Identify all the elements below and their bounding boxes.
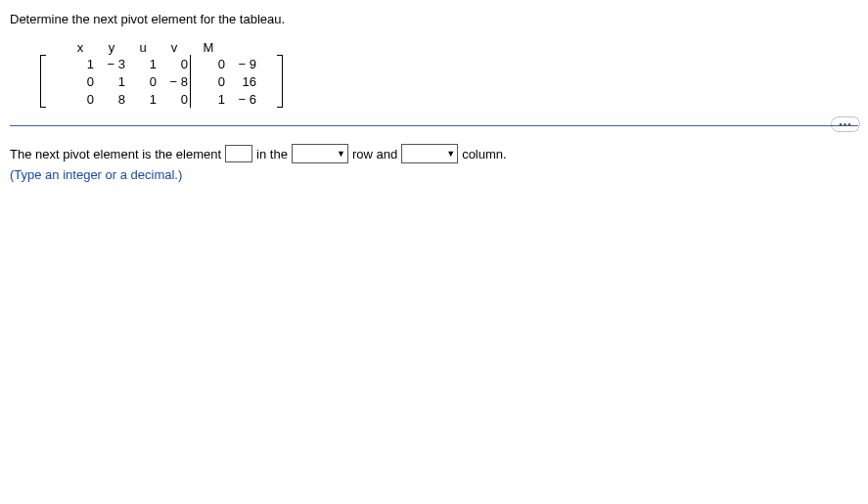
column-select[interactable]: ▼ xyxy=(401,144,458,163)
cell: 0 xyxy=(190,55,227,72)
cell: 0 xyxy=(159,90,190,108)
cell: 0 xyxy=(65,90,96,108)
cell: − 3 xyxy=(96,55,127,72)
chevron-down-icon: ▼ xyxy=(337,149,345,159)
col-header xyxy=(227,38,258,55)
answer-text: The next pivot element is the element xyxy=(10,147,221,161)
more-options-pill[interactable]: ••• xyxy=(831,116,860,132)
cell: 16 xyxy=(227,72,258,90)
row-select[interactable]: ▼ xyxy=(292,144,348,163)
tableau-row: 1 − 3 1 0 0 − 9 xyxy=(37,55,286,72)
tableau: x y u v M 1 − 3 1 0 0 − 9 0 1 0 xyxy=(37,38,858,108)
col-header: u xyxy=(127,38,159,55)
answer-hint: (Type an integer or a decimal.) xyxy=(10,167,858,182)
col-header: x xyxy=(65,38,96,55)
cell: 1 xyxy=(65,55,96,72)
answer-text: row and xyxy=(352,147,397,161)
cell: 1 xyxy=(96,72,127,90)
section-divider xyxy=(10,125,858,126)
question-text: Determine the next pivot element for the… xyxy=(10,12,858,26)
tableau-row: 0 8 1 0 1 − 6 xyxy=(37,90,286,108)
cell: 0 xyxy=(190,72,227,90)
answer-sentence: The next pivot element is the element in… xyxy=(10,144,858,163)
col-header: M xyxy=(190,38,227,55)
cell: − 8 xyxy=(159,72,190,90)
cell: 1 xyxy=(127,90,159,108)
col-header: y xyxy=(96,38,127,55)
cell: 1 xyxy=(127,55,159,72)
col-header: v xyxy=(159,38,190,55)
tableau-row: 0 1 0 − 8 0 16 xyxy=(37,72,286,90)
cell: 1 xyxy=(190,90,227,108)
cell: 0 xyxy=(159,55,190,72)
cell: 0 xyxy=(65,72,96,90)
cell: − 6 xyxy=(227,90,258,108)
cell: − 9 xyxy=(227,55,258,72)
cell: 0 xyxy=(127,72,159,90)
chevron-down-icon: ▼ xyxy=(446,149,455,159)
tableau-header-row: x y u v M xyxy=(37,38,286,55)
cell: 8 xyxy=(96,90,127,108)
answer-text: column. xyxy=(462,147,507,161)
answer-text: in the xyxy=(256,147,288,161)
pivot-value-input[interactable] xyxy=(225,145,252,162)
